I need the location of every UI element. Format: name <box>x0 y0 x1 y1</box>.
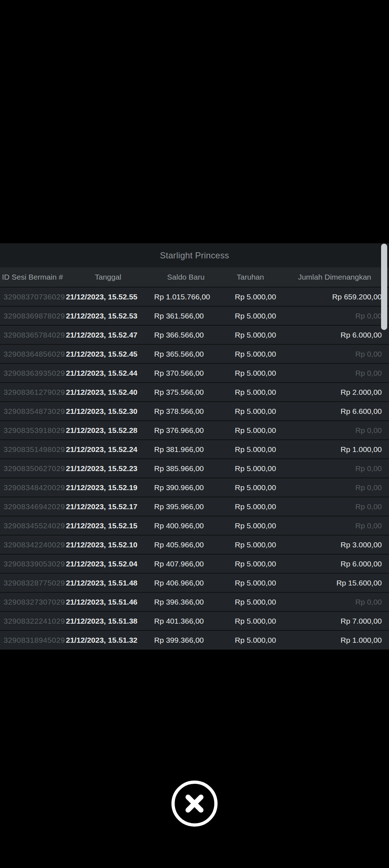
cell-bet: Rp 5.000,00 <box>220 592 280 611</box>
cell-balance: Rp 370.566,00 <box>151 363 220 383</box>
cell-balance: Rp 390.966,00 <box>151 478 220 497</box>
cell-date: 21/12/2023, 15.52.23 <box>65 459 151 478</box>
table-row: 3290836393502921/12/2023, 15.52.44Rp 370… <box>0 363 389 383</box>
cell-session-id: 32908322241029 <box>0 611 65 630</box>
cell-date: 21/12/2023, 15.52.10 <box>65 535 151 554</box>
cell-bet: Rp 5.000,00 <box>220 363 280 383</box>
cell-bet: Rp 5.000,00 <box>220 287 280 306</box>
cell-date: 21/12/2023, 15.52.24 <box>65 440 151 459</box>
cell-bet: Rp 5.000,00 <box>220 554 280 573</box>
cell-balance: Rp 406.966,00 <box>151 573 220 592</box>
cell-date: 21/12/2023, 15.52.40 <box>65 383 151 402</box>
cell-session-id: 32908365784029 <box>0 325 65 344</box>
cell-session-id: 32908318945029 <box>0 630 65 650</box>
cell-balance: Rp 376.966,00 <box>151 421 220 440</box>
history-table: ID Sesi Bermain # Tanggal Saldo Baru Tar… <box>0 267 389 650</box>
cell-balance: Rp 407.966,00 <box>151 554 220 573</box>
game-history-modal: Starlight Princess ID Sesi Bermain # Tan… <box>0 243 389 650</box>
cell-win: Rp 15.600,00 <box>280 573 389 592</box>
cell-bet: Rp 5.000,00 <box>220 383 280 402</box>
cell-win: Rp 0,00 <box>280 306 389 325</box>
header-bet: Taruhan <box>220 267 280 287</box>
cell-session-id: 32908354873029 <box>0 402 65 421</box>
cell-date: 21/12/2023, 15.51.48 <box>65 573 151 592</box>
close-button[interactable] <box>171 781 218 827</box>
cell-balance: Rp 1.015.766,00 <box>151 287 220 306</box>
cell-session-id: 32908361279029 <box>0 383 65 402</box>
table-row: 3290835391802921/12/2023, 15.52.28Rp 376… <box>0 421 389 440</box>
cell-date: 21/12/2023, 15.51.32 <box>65 630 151 650</box>
cell-win: Rp 6.600,00 <box>280 402 389 421</box>
cell-balance: Rp 381.966,00 <box>151 440 220 459</box>
header-win: Jumlah Dimenangkan <box>280 267 389 287</box>
header-balance: Saldo Baru <box>151 267 220 287</box>
cell-balance: Rp 399.366,00 <box>151 630 220 650</box>
cell-bet: Rp 5.000,00 <box>220 630 280 650</box>
cell-session-id: 32908327307029 <box>0 592 65 611</box>
cell-bet: Rp 5.000,00 <box>220 535 280 554</box>
cell-win: Rp 7.000,00 <box>280 611 389 630</box>
cell-win: Rp 1.000,00 <box>280 440 389 459</box>
cell-balance: Rp 365.566,00 <box>151 344 220 363</box>
cell-balance: Rp 361.566,00 <box>151 306 220 325</box>
table-row: 3290834552402921/12/2023, 15.52.15Rp 400… <box>0 516 389 535</box>
table-row: 3290835487302921/12/2023, 15.52.30Rp 378… <box>0 402 389 421</box>
cell-date: 21/12/2023, 15.52.28 <box>65 421 151 440</box>
table-row: 3290837073602921/12/2023, 15.52.55Rp 1.0… <box>0 287 389 306</box>
cell-balance: Rp 395.966,00 <box>151 497 220 516</box>
cell-date: 21/12/2023, 15.52.04 <box>65 554 151 573</box>
cell-bet: Rp 5.000,00 <box>220 478 280 497</box>
cell-date: 21/12/2023, 15.52.47 <box>65 325 151 344</box>
cell-win: Rp 0,00 <box>280 478 389 497</box>
cell-bet: Rp 5.000,00 <box>220 421 280 440</box>
table-row: 3290834224002921/12/2023, 15.52.10Rp 405… <box>0 535 389 554</box>
cell-session-id: 32908363935029 <box>0 363 65 383</box>
cell-session-id: 32908353918029 <box>0 421 65 440</box>
cell-win: Rp 6.000,00 <box>280 554 389 573</box>
cell-bet: Rp 5.000,00 <box>220 497 280 516</box>
scrollbar-thumb[interactable] <box>381 244 387 330</box>
cell-balance: Rp 405.966,00 <box>151 535 220 554</box>
cell-win: Rp 0,00 <box>280 421 389 440</box>
cell-bet: Rp 5.000,00 <box>220 573 280 592</box>
cell-win: Rp 2.000,00 <box>280 383 389 402</box>
table-row: 3290836485602921/12/2023, 15.52.45Rp 365… <box>0 344 389 363</box>
cell-date: 21/12/2023, 15.52.53 <box>65 306 151 325</box>
cell-session-id: 32908364856029 <box>0 344 65 363</box>
table-row: 3290835149802921/12/2023, 15.52.24Rp 381… <box>0 440 389 459</box>
cell-session-id: 32908328775029 <box>0 573 65 592</box>
cell-win: Rp 6.000,00 <box>280 325 389 344</box>
cell-session-id: 32908339053029 <box>0 554 65 573</box>
modal-title: Starlight Princess <box>0 243 389 267</box>
cell-date: 21/12/2023, 15.52.30 <box>65 402 151 421</box>
table-row: 3290834694202921/12/2023, 15.52.17Rp 395… <box>0 497 389 516</box>
cell-bet: Rp 5.000,00 <box>220 344 280 363</box>
table-row: 3290835062702921/12/2023, 15.52.23Rp 385… <box>0 459 389 478</box>
table-row: 3290836127902921/12/2023, 15.52.40Rp 375… <box>0 383 389 402</box>
table-row: 3290833905302921/12/2023, 15.52.04Rp 407… <box>0 554 389 573</box>
cell-win: Rp 3.000,00 <box>280 535 389 554</box>
cell-win: Rp 659.200,00 <box>280 287 389 306</box>
header-session-id: ID Sesi Bermain # <box>0 267 65 287</box>
cell-bet: Rp 5.000,00 <box>220 306 280 325</box>
cell-date: 21/12/2023, 15.52.19 <box>65 478 151 497</box>
cell-session-id: 32908348420029 <box>0 478 65 497</box>
cell-balance: Rp 401.366,00 <box>151 611 220 630</box>
cell-win: Rp 0,00 <box>280 516 389 535</box>
table-row: 3290836987802921/12/2023, 15.52.53Rp 361… <box>0 306 389 325</box>
table-row: 3290831894502921/12/2023, 15.51.32Rp 399… <box>0 630 389 650</box>
table-row: 3290832877502921/12/2023, 15.51.48Rp 406… <box>0 573 389 592</box>
table-row: 3290834842002921/12/2023, 15.52.19Rp 390… <box>0 478 389 497</box>
cell-date: 21/12/2023, 15.52.55 <box>65 287 151 306</box>
cell-win: Rp 0,00 <box>280 592 389 611</box>
cell-date: 21/12/2023, 15.51.38 <box>65 611 151 630</box>
cell-session-id: 32908351498029 <box>0 440 65 459</box>
cell-win: Rp 0,00 <box>280 497 389 516</box>
table-row: 3290832224102921/12/2023, 15.51.38Rp 401… <box>0 611 389 630</box>
cell-bet: Rp 5.000,00 <box>220 440 280 459</box>
cell-balance: Rp 400.966,00 <box>151 516 220 535</box>
cell-date: 21/12/2023, 15.51.46 <box>65 592 151 611</box>
cell-bet: Rp 5.000,00 <box>220 611 280 630</box>
cell-session-id: 32908345524029 <box>0 516 65 535</box>
table-row: 3290832730702921/12/2023, 15.51.46Rp 396… <box>0 592 389 611</box>
